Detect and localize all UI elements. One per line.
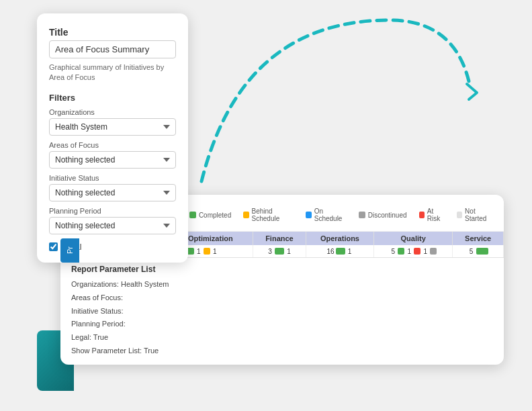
legend-discontinued: Discontinued: [359, 208, 407, 222]
areas-filter-select[interactable]: Nothing selected: [49, 151, 176, 169]
legend-on-schedule: On Schedule: [306, 208, 346, 222]
legend-behind: Behind Schedule: [243, 208, 294, 222]
legend-on-schedule-label: On Schedule: [314, 208, 347, 222]
col-quality: Quality: [374, 232, 453, 245]
col-service: Service: [453, 232, 504, 245]
filters-heading: Filters: [49, 93, 176, 103]
legend-completed: Completed: [189, 208, 231, 222]
legend-discontinued-label: Discontinued: [368, 212, 407, 219]
service-cell: 5: [453, 245, 504, 257]
planning-filter-select[interactable]: Nothing selected: [49, 217, 176, 234]
legal-checkbox[interactable]: [49, 242, 58, 251]
areas-filter-label: Areas of Focus: [49, 141, 176, 149]
title-input[interactable]: [49, 40, 176, 58]
legend-not-started-label: Not Started: [465, 208, 493, 222]
org-filter-label: Organizations: [49, 108, 176, 116]
legend-completed-label: Completed: [199, 212, 231, 219]
param-title: Report Parameter List: [71, 265, 493, 274]
legend-at-risk-label: At Risk: [427, 208, 445, 222]
legend-not-started: Not Started: [457, 208, 493, 222]
col-operations: Operations: [306, 232, 373, 245]
param-show: Show Parameter List: True: [71, 345, 493, 358]
param-section: Report Parameter List Organizations: Hea…: [60, 257, 504, 365]
status-filter-label: Initiative Status: [49, 174, 176, 182]
legend-at-risk: At Risk: [419, 208, 445, 222]
legend-behind-label: Behind Schedule: [252, 208, 294, 222]
filter-panel: Title Graphical summary of Initiatives b…: [37, 13, 188, 263]
operations-cell: 16 1: [306, 245, 373, 257]
col-finance: Finance: [253, 232, 306, 245]
preview-button[interactable]: Pr: [60, 238, 79, 263]
planning-filter-label: Planning Period: [49, 207, 176, 215]
status-filter-select[interactable]: Nothing selected: [49, 184, 176, 201]
param-areas: Areas of Focus:: [71, 291, 493, 305]
quality-cell: 5 1 1: [374, 245, 453, 257]
title-section-label: Title: [49, 27, 176, 38]
param-legal: Legal: True: [71, 331, 493, 345]
description-text: Graphical summary of Initiatives by Area…: [49, 62, 176, 83]
org-filter-select[interactable]: Health System: [49, 118, 176, 136]
dashed-arc-arrow: [188, 7, 484, 195]
param-status: Initiative Status:: [71, 305, 493, 318]
param-organizations: Organizations: Health System: [71, 278, 493, 291]
finance-cell: 3 1: [253, 245, 306, 257]
param-planning: Planning Period:: [71, 318, 493, 331]
